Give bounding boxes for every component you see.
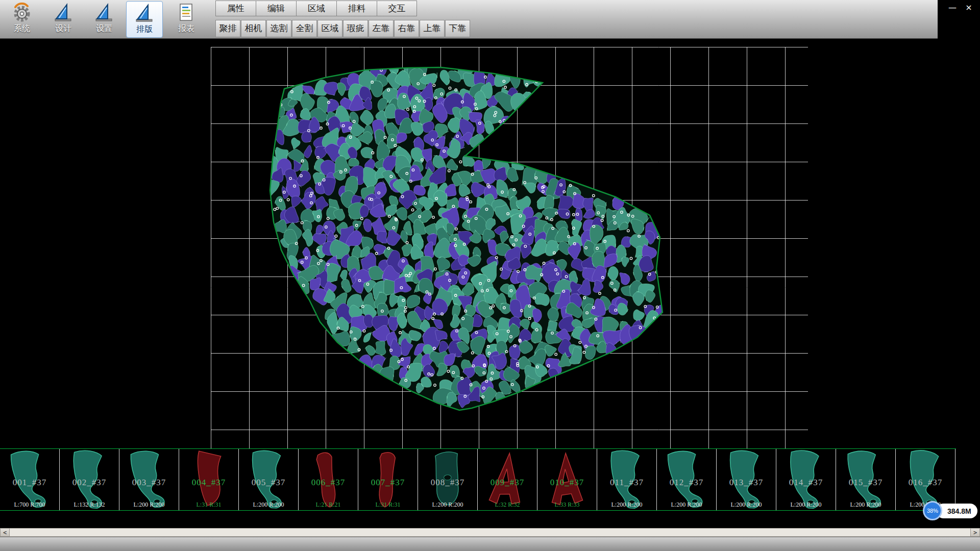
menu-tab-1[interactable]: 编辑 — [256, 1, 296, 16]
pieces-strip-area: 001_#37L:700 R:700002_#37L:132 R:132003_… — [0, 448, 980, 528]
piece-id: 014_#37 — [776, 478, 836, 488]
piece-id: 008_#37 — [418, 478, 477, 488]
piece-thumb-013_#37[interactable]: 013_#37L:200 R:200 — [717, 449, 776, 510]
piece-id: 015_#37 — [836, 478, 895, 488]
menu-tab-3[interactable]: 排料 — [336, 1, 377, 16]
piece-thumb-008_#37[interactable]: 008_#37L:200 R:200 — [418, 449, 478, 510]
tool-button-9[interactable]: 下靠 — [445, 20, 470, 37]
piece-thumb-012_#37[interactable]: 012_#37L:200 R:200 — [657, 449, 717, 510]
piece-lr: L:21 R:21 — [299, 501, 358, 509]
gear-icon — [12, 3, 32, 23]
piece-lr: L:200 R:200 — [418, 501, 477, 509]
piece-thumb-016_#37[interactable]: 016_#37L:200 R:200 — [896, 449, 955, 510]
piece-thumb-015_#37[interactable]: 015_#37L:200 R:200 — [836, 449, 896, 510]
piece-thumb-011_#37[interactable]: 011_#37L:200 R:200 — [597, 449, 657, 510]
piece-lr: L:200 R:200 — [119, 501, 179, 509]
piece-thumb-006_#37[interactable]: 006_#37L:21 R:21 — [299, 449, 358, 510]
triangle-ruler-icon — [53, 3, 74, 23]
piece-thumb-010_#37[interactable]: 010_#37L:33 R:33 — [537, 449, 597, 510]
piece-id: 011_#37 — [597, 478, 656, 488]
tool-button-7[interactable]: 右靠 — [394, 20, 419, 37]
tool-button-5[interactable]: 瑕疵 — [343, 20, 368, 37]
app-button-label: 系统 — [14, 23, 30, 34]
app-window: 系统设计设置排版报表 属性编辑区域排料交互 聚排相机选割全割区域瑕疵左靠右靠上靠… — [0, 0, 980, 551]
scrollbar-thumb[interactable] — [10, 528, 970, 537]
piece-thumb-003_#37[interactable]: 003_#37L:200 R:200 — [119, 449, 179, 510]
menu-tab-0[interactable]: 属性 — [215, 1, 256, 16]
piece-lr: L:200 R:200 — [776, 501, 836, 509]
piece-id: 006_#37 — [299, 478, 358, 488]
piece-id: 013_#37 — [717, 478, 776, 488]
app-button-label: 排版 — [136, 24, 153, 35]
app-button-label: 设置 — [96, 23, 112, 34]
tool-button-8[interactable]: 上靠 — [420, 20, 445, 37]
tool-button-0[interactable]: 聚排 — [215, 20, 240, 37]
report-icon — [176, 3, 197, 23]
piece-lr: L:200 R:200 — [597, 501, 656, 509]
pieces-strip: 001_#37L:700 R:700002_#37L:132 R:132003_… — [0, 448, 956, 511]
piece-id: 010_#37 — [537, 478, 597, 488]
piece-thumb-007_#37[interactable]: 007_#37L:31 R:31 — [358, 449, 418, 510]
progress-badge: 38% — [923, 501, 942, 520]
piece-lr: L:31 R:31 — [358, 501, 418, 509]
piece-id: 003_#37 — [119, 478, 179, 488]
piece-lr: L:32 R:32 — [478, 501, 537, 509]
menu-tab-4[interactable]: 交互 — [377, 1, 417, 16]
piece-lr: L:200 R:200 — [836, 501, 895, 509]
piece-id: 007_#37 — [358, 478, 418, 488]
piece-lr: L:200 R:200 — [717, 501, 776, 509]
tool-button-1[interactable]: 相机 — [241, 20, 266, 37]
piece-lr: L:200 R:200 — [239, 501, 298, 509]
piece-thumb-005_#37[interactable]: 005_#37L:200 R:200 — [239, 449, 299, 510]
scroll-right-arrow[interactable]: > — [970, 528, 980, 537]
tool-button-4[interactable]: 区域 — [317, 20, 342, 37]
tool-button-6[interactable]: 左靠 — [369, 20, 394, 37]
app-button-1[interactable]: 设计 — [45, 1, 82, 38]
triangle-ruler-icon — [94, 3, 114, 23]
minimize-button[interactable]: — — [945, 2, 960, 13]
menu-tab-row: 属性编辑区域排料交互 — [215, 1, 417, 16]
app-button-0[interactable]: 系统 — [4, 1, 40, 38]
top-toolbar: 系统设计设置排版报表 属性编辑区域排料交互 聚排相机选割全割区域瑕疵左靠右靠上靠… — [0, 0, 980, 39]
piece-lr: L:200 R:200 — [657, 501, 716, 509]
piece-thumb-004_#37[interactable]: 004_#37L:31 R:31 — [179, 449, 239, 510]
piece-id: 009_#37 — [478, 478, 537, 488]
tool-button-2[interactable]: 选割 — [266, 20, 291, 37]
tool-button-row: 聚排相机选割全割区域瑕疵左靠右靠上靠下靠 — [215, 20, 470, 37]
app-button-label: 设计 — [55, 23, 71, 34]
piece-lr: L:33 R:33 — [537, 501, 597, 509]
piece-thumb-014_#37[interactable]: 014_#37L:200 R:200 — [776, 449, 836, 510]
piece-id: 001_#37 — [0, 478, 59, 488]
app-button-3[interactable]: 排版 — [126, 1, 163, 38]
piece-lr: L:700 R:700 — [0, 501, 59, 509]
menu-tab-2[interactable]: 区域 — [296, 1, 336, 16]
close-button[interactable]: × — [962, 2, 976, 13]
piece-thumb-002_#37[interactable]: 002_#37L:132 R:132 — [60, 449, 119, 510]
piece-thumb-009_#37[interactable]: 009_#37L:32 R:32 — [478, 449, 537, 510]
triangle-ruler-icon — [134, 3, 155, 23]
piece-lr: L:31 R:31 — [179, 501, 238, 509]
piece-thumb-001_#37[interactable]: 001_#37L:700 R:700 — [0, 449, 60, 510]
horizontal-scrollbar[interactable]: < > — [0, 528, 980, 537]
tool-button-3[interactable]: 全割 — [292, 20, 317, 37]
window-controls: — × — [938, 0, 980, 39]
piece-id: 005_#37 — [239, 478, 298, 488]
piece-id: 012_#37 — [657, 478, 716, 488]
piece-id: 002_#37 — [60, 478, 119, 488]
app-button-2[interactable]: 设置 — [86, 1, 122, 38]
piece-id: 016_#37 — [896, 478, 955, 488]
piece-id: 004_#37 — [179, 478, 238, 488]
app-button-label: 报表 — [178, 23, 194, 34]
scroll-left-arrow[interactable]: < — [0, 528, 10, 537]
memory-badge: 384.8M — [936, 504, 977, 518]
status-bar — [0, 537, 980, 551]
app-button-4[interactable]: 报表 — [168, 1, 205, 38]
piece-lr: L:132 R:132 — [60, 501, 119, 509]
